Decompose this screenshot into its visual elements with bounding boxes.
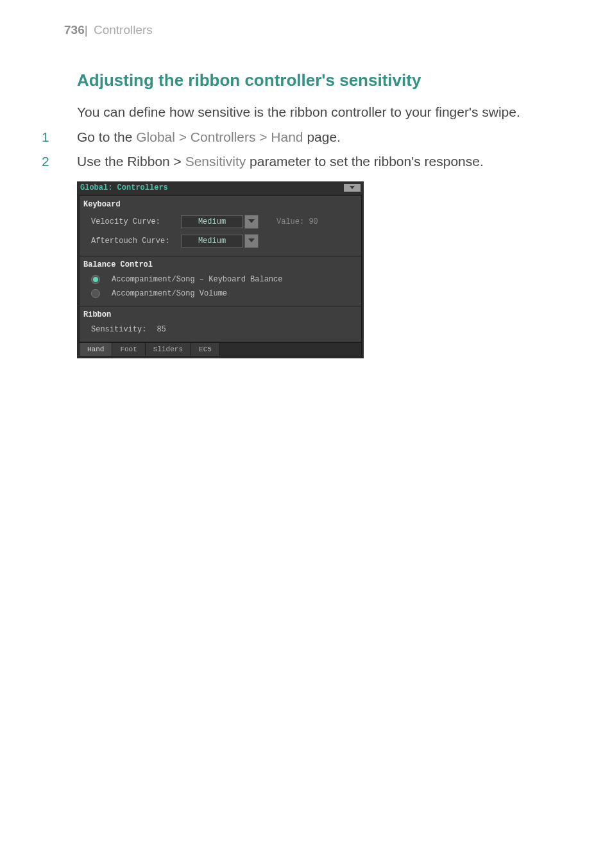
radio-selected-icon[interactable]	[91, 275, 100, 284]
header-separator: |	[85, 23, 88, 37]
velocity-value: Medium	[181, 215, 243, 228]
aftertouch-value: Medium	[181, 235, 243, 247]
balance-section: Balance Control Accompaniment/Song – Key…	[80, 256, 361, 306]
step-1-path: Global > Controllers > Hand	[136, 129, 303, 144]
aftertouch-row: Aftertouch Curve: Medium	[80, 231, 361, 251]
step-1: 1 Go to the Global > Controllers > Hand …	[77, 127, 554, 148]
step-number: 1	[42, 129, 77, 145]
page-header: 736| Controllers	[0, 23, 612, 37]
keyboard-section: Keyboard Velocity Curve: Medium Value: 9…	[80, 196, 361, 256]
tab-sliders[interactable]: Sliders	[146, 343, 191, 356]
step-1-post: page.	[303, 129, 341, 144]
aftertouch-combo[interactable]: Medium	[181, 234, 259, 248]
document-page: 736| Controllers Adjusting the ribbon co…	[0, 0, 612, 868]
balance-option-2[interactable]: Accompaniment/Song Volume	[80, 287, 361, 301]
radio-unselected-icon[interactable]	[91, 289, 100, 298]
tab-ec5[interactable]: EC5	[191, 343, 220, 356]
sensitivity-row: Sensitivity: 85	[80, 322, 361, 337]
balance-header: Balance Control	[80, 258, 361, 272]
ribbon-section: Ribbon Sensitivity: 85	[80, 306, 361, 342]
value-label: Value:	[276, 217, 304, 226]
window-titlebar: Global: Controllers	[78, 182, 363, 194]
keyboard-header: Keyboard	[80, 198, 361, 212]
balance-option-1-label: Accompaniment/Song – Keyboard Balance	[112, 275, 282, 284]
chevron-down-icon[interactable]	[244, 215, 259, 229]
velocity-row: Velocity Curve: Medium Value: 90	[80, 212, 361, 231]
window-body: Keyboard Velocity Curve: Medium Value: 9…	[79, 196, 362, 356]
step-2: 2 Use the Ribbon > Sensitivity parameter…	[77, 151, 554, 172]
step-2-pre: Use the Ribbon >	[77, 154, 185, 169]
velocity-value-readout: Value: 90	[276, 217, 318, 226]
tab-hand[interactable]: Hand	[80, 343, 112, 356]
step-number: 2	[42, 154, 77, 169]
step-2-param: Sensitivity	[185, 154, 246, 169]
menu-dropdown-icon[interactable]	[344, 184, 361, 192]
velocity-label: Velocity Curve:	[91, 217, 174, 226]
subheading: Adjusting the ribbon controller's sensit…	[77, 71, 554, 90]
balance-option-1[interactable]: Accompaniment/Song – Keyboard Balance	[80, 272, 361, 287]
sensitivity-value[interactable]: 85	[157, 325, 166, 334]
balance-option-2-label: Accompaniment/Song Volume	[112, 289, 227, 298]
step-text: Go to the Global > Controllers > Hand pa…	[77, 127, 341, 148]
step-1-pre: Go to the	[77, 129, 136, 144]
content-area: Adjusting the ribbon controller's sensit…	[0, 71, 612, 358]
sensitivity-label: Sensitivity:	[91, 325, 146, 334]
velocity-combo[interactable]: Medium	[181, 215, 259, 229]
section-name: Controllers	[94, 23, 153, 37]
chevron-down-icon[interactable]	[244, 234, 259, 248]
controllers-screen: Global: Controllers Keyboard Velocity Cu…	[77, 181, 364, 358]
step-text: Use the Ribbon > Sensitivity parameter t…	[77, 151, 484, 172]
step-2-post: parameter to set the ribbon's response.	[246, 154, 484, 169]
tab-foot[interactable]: Foot	[112, 343, 145, 356]
tab-bar: Hand Foot Sliders EC5	[80, 342, 361, 356]
window-title: Global: Controllers	[80, 183, 168, 192]
value-number: 90	[309, 217, 318, 226]
page-number: 736	[64, 23, 85, 37]
aftertouch-label: Aftertouch Curve:	[91, 237, 174, 246]
ribbon-header: Ribbon	[80, 308, 361, 322]
intro-text: You can define how sensitive is the ribb…	[77, 102, 554, 123]
